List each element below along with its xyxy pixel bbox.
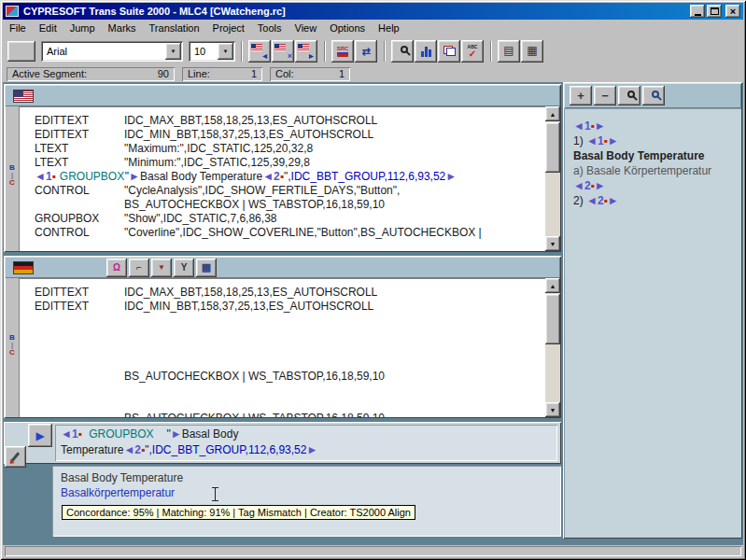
menu-item-jump[interactable]: Jump: [63, 21, 102, 35]
lasso-tool-button[interactable]: Ω: [106, 259, 127, 277]
list-item[interactable]: Basal Body Temperature: [573, 149, 741, 164]
search-button[interactable]: [391, 40, 414, 63]
translate-segment-button[interactable]: ▶: [28, 424, 52, 447]
prev-segment-button[interactable]: ◄: [248, 40, 271, 63]
list-item[interactable]: 2) ◄2▪►: [573, 194, 741, 209]
token: LTEXT: [35, 142, 124, 155]
token: 1): [573, 134, 586, 147]
toolbar-separator: [384, 41, 386, 62]
close-icon: ×: [730, 7, 736, 16]
active-segment-label: Active Segment:: [12, 68, 87, 79]
margin-indicator: B | C: [5, 164, 20, 187]
chevron-down-icon[interactable]: ▼: [218, 43, 233, 60]
target-scrollbar[interactable]: ▲ ▼: [545, 278, 560, 417]
token: ◄1: [586, 134, 604, 147]
close-button[interactable]: ×: [725, 5, 740, 18]
app-icon: [6, 6, 19, 17]
german-flag-icon: [13, 261, 34, 274]
check-icon: ✓: [469, 49, 476, 58]
translation-panel[interactable]: Basal Body Temperature Basalkörpertemper…: [52, 466, 561, 537]
scroll-down-icon[interactable]: ▼: [545, 236, 560, 251]
swap-view-button[interactable]: ⇄: [355, 40, 377, 63]
source-panel-header: [5, 85, 560, 106]
token: ►: [595, 179, 606, 192]
source-scrollbar[interactable]: ▲ ▼: [545, 106, 560, 251]
token: GROUPBOX: [60, 170, 125, 183]
grid-tool-button[interactable]: ▦: [196, 259, 217, 277]
toolbar-grip[interactable]: [7, 41, 35, 62]
token: a) Basale Körpertemperatur: [573, 164, 711, 177]
menu-item-help[interactable]: Help: [372, 21, 406, 35]
token: "CycleAnalysis",IDC_SHOW_FERTILE_DAYS,"B…: [124, 184, 400, 197]
line-value: 1: [251, 68, 257, 79]
source-editor[interactable]: B | C EDITTEXTIDC_MAX_BBT,158,18,25,13,E…: [5, 106, 560, 251]
menu-item-file[interactable]: File: [3, 21, 33, 35]
maximize-button[interactable]: [707, 5, 722, 18]
list-item[interactable]: a) Basale Körpertemperatur: [573, 164, 741, 179]
view-source-button[interactable]: SRC: [331, 40, 354, 63]
menu-bar: File Edit Jump Marks Translation Project…: [3, 20, 743, 36]
toolbar-separator: [490, 41, 492, 62]
menu-item-edit[interactable]: Edit: [33, 21, 63, 35]
token: BS_AUTOCHECKBOX | WS_TABSTOP,16,18,59,10: [124, 198, 385, 211]
target-tools: Ω ⌐ ▼ Y ▦: [106, 259, 218, 277]
search-entries-button[interactable]: [618, 86, 640, 105]
concordance-button[interactable]: [642, 86, 665, 105]
menu-item-translation[interactable]: Translation: [143, 21, 206, 35]
match-list[interactable]: ◄1▪►1) ◄1▪►Basal Body Temperaturea) Basa…: [564, 108, 741, 538]
menu-item-view[interactable]: View: [289, 21, 324, 35]
token: ►: [608, 134, 619, 147]
close-segment-button[interactable]: ×: [272, 40, 294, 63]
token: GROUPBOX: [35, 212, 124, 225]
chevron-down-icon[interactable]: ▼: [165, 43, 181, 60]
target-code-line: [35, 328, 545, 342]
src-icon: SRC: [337, 46, 349, 51]
filter-tool-button[interactable]: ▼: [151, 259, 172, 277]
token: ◄2: [586, 194, 604, 207]
source-code-line: LTEXT"Minimum:",IDC_STATIC,125,39,29,8: [35, 156, 545, 170]
edit-button[interactable]: [5, 446, 26, 468]
token: "Coverline",IDC_SHOW_COVERLINE,"Button",…: [124, 226, 482, 239]
scroll-down-icon[interactable]: ▼: [545, 402, 560, 417]
menu-item-marks[interactable]: Marks: [102, 21, 143, 35]
merge-tool-button[interactable]: Y: [174, 259, 194, 277]
menu-item-project[interactable]: Project: [206, 21, 251, 35]
source-code-line: LTEXT"Maximum:",IDC_STATIC,125,20,32,8: [35, 142, 545, 156]
source-code[interactable]: EDITTEXTIDC_MAX_BBT,158,18,25,13,ES_AUTO…: [20, 106, 545, 251]
play-icon: ▶: [35, 430, 44, 441]
flag-icon: [251, 44, 262, 51]
spellcheck-button[interactable]: ABC ✓: [461, 40, 484, 63]
token: BS_AUTOCHECKBOX | WS_TABSTOP,16,18,59,10: [124, 412, 385, 417]
next-segment-button[interactable]: ►: [295, 40, 317, 63]
minimize-button[interactable]: [690, 5, 705, 18]
segment-status-row: Active Segment: 90 Line: 1 Col: 1: [3, 65, 743, 82]
list-item[interactable]: 1) ◄1▪►: [573, 134, 741, 149]
translation-target-text[interactable]: Basalkörpertemperatur: [61, 486, 175, 499]
token: IDC_MAX_BBT,158,18,25,13,ES_AUTOHSCROLL: [124, 286, 377, 299]
keyboard-button[interactable]: ▤: [498, 40, 520, 63]
us-flag-icon: [13, 90, 34, 103]
list-item[interactable]: ◄2▪►: [573, 179, 741, 194]
font-size-select[interactable]: 10 ▼: [189, 41, 235, 62]
token: ◄2: [262, 170, 280, 183]
target-panel-header: Ω ⌐ ▼ Y ▦: [5, 257, 560, 278]
corner-tool-button[interactable]: ⌐: [129, 259, 149, 277]
menu-item-tools[interactable]: Tools: [251, 21, 289, 35]
title-bar[interactable]: CYPRESOFT Trans Suite 2000 - MLC4 [CWatc…: [3, 3, 743, 20]
grid-button[interactable]: ▦: [521, 40, 543, 63]
source-code-line: CONTROL"Coverline",IDC_SHOW_COVERLINE,"B…: [35, 226, 545, 240]
scroll-up-icon[interactable]: ▲: [545, 278, 560, 293]
scroll-up-icon[interactable]: ▲: [545, 106, 560, 121]
delete-entry-button[interactable]: −: [594, 86, 616, 105]
target-editor[interactable]: B | C EDITTEXTIDC_MAX_BBT,158,18,25,13,E…: [5, 278, 560, 417]
scroll-thumb[interactable]: [545, 294, 560, 344]
target-code[interactable]: EDITTEXTIDC_MAX_BBT,158,18,25,13,ES_AUTO…: [20, 278, 545, 417]
add-entry-button[interactable]: +: [570, 86, 592, 105]
list-item[interactable]: ◄1▪►: [573, 119, 741, 134]
token: ►: [595, 119, 606, 133]
menu-item-options[interactable]: Options: [323, 21, 372, 35]
scroll-thumb[interactable]: [545, 122, 560, 173]
font-select[interactable]: Arial ▼: [41, 41, 183, 62]
window-layout-button[interactable]: [438, 40, 460, 63]
statistics-button[interactable]: [415, 40, 437, 63]
